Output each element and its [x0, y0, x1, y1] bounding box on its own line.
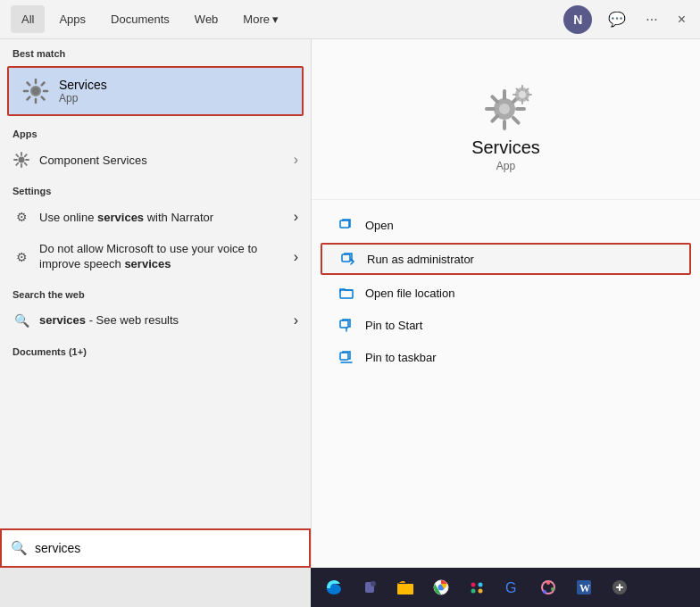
svg-point-14	[371, 581, 376, 586]
svg-rect-9	[340, 290, 353, 298]
search-web-icon: 🔍	[12, 312, 30, 329]
tab-documents[interactable]: Documents	[100, 5, 180, 33]
run-as-admin-label: Run as administrator	[367, 253, 474, 266]
main-content: Best match Services App Apps	[0, 39, 700, 568]
svg-rect-8	[342, 254, 350, 262]
svg-point-25	[551, 587, 554, 591]
speech-label: Do not allow Microsoft to use your voice…	[39, 242, 271, 272]
paint-icon[interactable]	[532, 571, 564, 603]
docs-section-label: Documents (1+)	[0, 337, 311, 361]
component-services-arrow	[294, 152, 298, 168]
svg-text:W: W	[579, 582, 590, 595]
web-section-label: Search the web	[0, 280, 311, 304]
tab-all[interactable]: All	[11, 5, 45, 33]
speech-icon: ⚙	[12, 248, 30, 266]
narrator-arrow	[294, 209, 298, 225]
web-search-item[interactable]: 🔍 services - See web results	[0, 304, 311, 337]
speech-arrow	[294, 249, 298, 265]
pin-taskbar-icon	[338, 349, 354, 365]
app-name: Services	[471, 137, 540, 158]
open-action[interactable]: Open	[312, 209, 700, 241]
settings-section-label: Settings	[0, 177, 311, 200]
open-file-location-label: Open file location	[365, 287, 454, 300]
pin-to-start-label: Pin to Start	[365, 319, 422, 332]
run-as-admin-action[interactable]: Run as administrator	[321, 243, 691, 275]
services-large-icon	[471, 75, 542, 137]
services-app-icon	[21, 77, 50, 105]
narrator-label: Use online services with Narrator	[39, 211, 213, 224]
svg-rect-11	[340, 353, 348, 360]
open-label: Open	[365, 219, 394, 232]
svg-point-19	[479, 583, 483, 587]
edge-icon[interactable]	[318, 571, 350, 603]
tab-more[interactable]: More	[232, 5, 289, 33]
svg-point-20	[471, 589, 476, 594]
svg-rect-7	[340, 220, 349, 228]
feedback-icon[interactable]: 💬	[604, 7, 629, 31]
misc-icon[interactable]	[604, 571, 636, 603]
google-icon[interactable]: G	[496, 571, 529, 603]
svg-point-26	[543, 590, 546, 594]
slack-icon[interactable]	[461, 571, 493, 603]
close-icon[interactable]: ×	[674, 8, 689, 31]
narrator-services-item[interactable]: ⚙ Use online services with Narrator	[0, 200, 311, 234]
avatar[interactable]: N	[563, 5, 592, 34]
actions-list: Open Run as administrator	[312, 200, 700, 382]
search-bar: 🔍	[0, 528, 311, 568]
right-panel: Services App Open	[311, 39, 700, 568]
folder-icon	[338, 285, 354, 301]
search-input[interactable]	[35, 541, 160, 555]
svg-point-6	[519, 91, 526, 98]
top-bar: All Apps Documents Web More N 💬 ··· ×	[0, 0, 700, 39]
component-services-icon	[12, 151, 30, 169]
explorer-icon[interactable]	[389, 571, 421, 603]
pin-to-taskbar-action[interactable]: Pin to taskbar	[312, 341, 700, 373]
svg-point-4	[499, 104, 510, 114]
open-file-location-action[interactable]: Open file location	[312, 277, 700, 309]
app-type: App	[496, 160, 515, 172]
svg-point-18	[471, 583, 476, 587]
component-services-item[interactable]: Component Services	[0, 143, 311, 177]
left-panel: Best match Services App Apps	[0, 39, 311, 568]
speech-services-item[interactable]: ⚙ Do not allow Microsoft to use your voi…	[0, 234, 311, 280]
taskbar: G W	[311, 568, 700, 607]
best-match-subtitle: App	[59, 92, 107, 104]
apps-section-label: Apps	[0, 120, 311, 143]
best-match-item[interactable]: Services App	[7, 66, 304, 116]
narrator-icon: ⚙	[12, 208, 30, 226]
best-match-label: Best match	[0, 39, 311, 62]
chevron-down-icon	[272, 12, 279, 26]
app-preview: Services App	[312, 57, 700, 200]
chrome-icon[interactable]	[425, 571, 457, 603]
tab-apps[interactable]: Apps	[48, 5, 96, 33]
svg-rect-10	[340, 320, 348, 328]
top-bar-right: N 💬 ··· ×	[563, 5, 689, 34]
tab-web[interactable]: Web	[184, 5, 229, 33]
pin-start-icon	[338, 317, 354, 333]
runas-icon	[340, 251, 356, 267]
web-arrow	[294, 312, 298, 328]
word-icon[interactable]: W	[568, 571, 600, 603]
best-match-text: Services App	[59, 78, 107, 104]
teams-icon[interactable]	[354, 571, 386, 603]
pin-to-taskbar-label: Pin to taskbar	[365, 351, 437, 364]
search-icon: 🔍	[11, 540, 28, 556]
more-options-icon[interactable]: ···	[642, 8, 661, 31]
svg-point-24	[546, 581, 550, 585]
open-icon	[338, 217, 354, 233]
tab-bar: All Apps Documents Web More	[11, 5, 563, 33]
web-search-label: services - See web results	[39, 313, 179, 327]
svg-rect-15	[397, 584, 413, 595]
best-match-title: Services	[59, 78, 107, 92]
svg-point-21	[479, 589, 483, 594]
svg-point-2	[19, 157, 25, 163]
svg-text:G: G	[505, 580, 516, 595]
component-services-label: Component Services	[39, 154, 147, 167]
pin-to-start-action[interactable]: Pin to Start	[312, 309, 700, 341]
